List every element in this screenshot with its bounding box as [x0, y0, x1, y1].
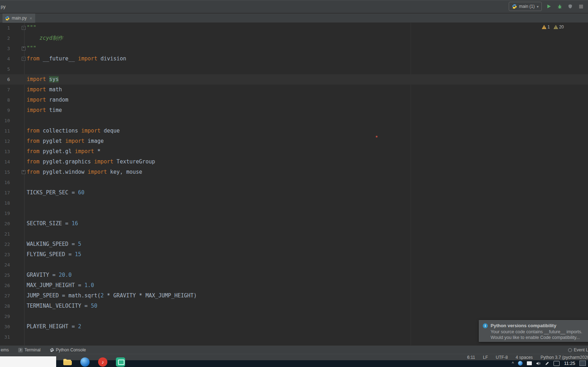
stop-icon: [579, 5, 583, 9]
code-line[interactable]: 17TICKS_PER_SEC = 60: [0, 188, 588, 198]
fold-collapse-icon[interactable]: -: [22, 26, 26, 30]
warning-icon: [542, 25, 546, 29]
code-line[interactable]: 8import random: [0, 95, 588, 105]
tray-window-icon[interactable]: [527, 361, 532, 365]
code-line[interactable]: 22WALKING_SPEED = 5: [0, 239, 588, 249]
code-text: GRAVITY = 20.0: [27, 270, 71, 280]
python-console-icon: [50, 348, 54, 352]
status-indent[interactable]: 4 spaces: [516, 355, 533, 360]
taskbar-music-icon[interactable]: ♪: [98, 357, 107, 367]
code-line[interactable]: 16: [0, 177, 588, 188]
line-number: 2: [0, 33, 10, 43]
line-number: 28: [0, 301, 10, 311]
run-button[interactable]: [545, 3, 552, 10]
taskbar-folder-icon[interactable]: [63, 357, 72, 367]
code-line[interactable]: 1-""": [0, 23, 588, 33]
code-line[interactable]: 19: [0, 208, 588, 218]
status-encoding[interactable]: UTF-8: [496, 355, 508, 360]
line-number: 26: [0, 280, 10, 291]
status-interpreter[interactable]: Python 3.7 (pycharm2020): [541, 355, 588, 360]
code-line[interactable]: 4-from __future__ import division: [0, 54, 588, 64]
code-editor[interactable]: 1-"""2 zcyd制作3^"""4-from __future__ impo…: [0, 23, 588, 345]
debug-button[interactable]: [556, 3, 563, 10]
line-number: 5: [0, 64, 10, 74]
status-caret-position[interactable]: 6:11: [467, 355, 475, 360]
line-number: 6: [0, 74, 10, 85]
code-line[interactable]: 9import time: [0, 105, 588, 115]
fold-end-icon[interactable]: ^: [22, 170, 26, 174]
line-number: 12: [0, 136, 10, 146]
code-text: TERMINAL_VELOCITY = 50: [27, 301, 97, 311]
code-line[interactable]: 20SECTOR_SIZE = 16: [0, 218, 588, 229]
line-number: 4: [0, 54, 10, 64]
code-text: """: [27, 23, 36, 33]
tool-window-bar: ems Terminal Python Console Event Log: [0, 345, 588, 354]
tray-expand-icon[interactable]: ^: [512, 361, 514, 366]
code-line[interactable]: 24: [0, 260, 588, 270]
inspection-widget[interactable]: 1 20: [542, 25, 564, 29]
code-line[interactable]: 10: [0, 115, 588, 126]
line-number: 14: [0, 157, 10, 167]
weak-warning-icon: [554, 25, 558, 29]
toolwindow-problems-partial[interactable]: ems: [0, 346, 10, 354]
editor-tab-bar: main.py ×: [0, 14, 588, 23]
code-text: WALKING_SPEED = 5: [27, 239, 81, 249]
code-line[interactable]: 27JUMP_SPEED = math.sqrt(2 * GRAVITY * M…: [0, 291, 588, 301]
close-icon[interactable]: ×: [30, 16, 32, 21]
tray-app-icon[interactable]: [518, 361, 523, 366]
code-text: from collections import deque: [27, 126, 120, 136]
code-line[interactable]: 6import sys: [0, 74, 588, 85]
run-configuration-select[interactable]: main (1) ▾: [509, 2, 542, 11]
code-text: from pyglet.window import key, mouse: [27, 167, 142, 177]
code-line[interactable]: 28TERMINAL_VELOCITY = 50: [0, 301, 588, 311]
chevron-down-icon: ▾: [537, 5, 539, 9]
run-configuration-name: main (1): [519, 4, 535, 9]
fold-end-icon[interactable]: ^: [22, 47, 26, 50]
code-text: MAX_JUMP_HEIGHT = 1.0: [27, 280, 94, 291]
code-text: from pyglet.graphics import TextureGroup: [27, 157, 155, 167]
warnings-indicator[interactable]: 1: [542, 25, 550, 29]
code-line[interactable]: 18: [0, 198, 588, 208]
stop-button[interactable]: [577, 3, 584, 10]
line-number: 23: [0, 249, 10, 260]
code-text: from pyglet import image: [27, 136, 104, 146]
code-line[interactable]: 7import math: [0, 85, 588, 95]
line-number: 7: [0, 85, 10, 95]
code-line[interactable]: 3^""": [0, 43, 588, 54]
background-window[interactable]: [0, 356, 56, 367]
code-text: TICKS_PER_SEC = 60: [27, 188, 85, 198]
code-line[interactable]: 23FLYING_SPEED = 15: [0, 249, 588, 260]
line-number: 27: [0, 291, 10, 301]
code-line[interactable]: 11from collections import deque: [0, 126, 588, 136]
code-line[interactable]: 26MAX_JUMP_HEIGHT = 1.0: [0, 280, 588, 291]
taskbar-browser-icon[interactable]: [80, 357, 90, 367]
status-line-separator[interactable]: LF: [483, 355, 488, 360]
line-number: 9: [0, 105, 10, 115]
code-line[interactable]: 14from pyglet.graphics import TextureGro…: [0, 157, 588, 167]
line-number: 10: [0, 115, 10, 126]
show-desktop-edge[interactable]: [579, 361, 586, 366]
volume-icon[interactable]: [536, 361, 541, 366]
tab-main-py[interactable]: main.py ×: [2, 14, 35, 23]
toolwindow-terminal[interactable]: Terminal: [17, 346, 41, 354]
notification-balloon[interactable]: i Python versions compatibility Your sou…: [479, 320, 588, 342]
ime-indicator[interactable]: [554, 361, 560, 366]
toolwindow-event-log[interactable]: Event Log: [568, 346, 588, 354]
fold-collapse-icon[interactable]: -: [22, 57, 26, 61]
code-line[interactable]: 13from pyglet.gl import *: [0, 146, 588, 157]
notification-body-line2[interactable]: Would you like to enable Code compatibil…: [491, 335, 588, 340]
toolwindow-python-console[interactable]: Python Console: [49, 346, 87, 354]
run-with-coverage-button[interactable]: [567, 3, 574, 10]
weak-warnings-indicator[interactable]: 20: [554, 25, 564, 29]
code-line[interactable]: 2 zcyd制作: [0, 33, 588, 43]
code-line[interactable]: 12from pyglet import image: [0, 136, 588, 146]
taskbar-clock[interactable]: 11:25: [564, 361, 575, 366]
taskbar-devtools-icon[interactable]: [116, 357, 125, 367]
pen-icon[interactable]: [545, 361, 549, 366]
code-line[interactable]: 25GRAVITY = 20.0: [0, 270, 588, 280]
code-text: import random: [27, 95, 68, 105]
notification-body-line1: Your source code contains __future__ imp…: [491, 329, 588, 335]
code-line[interactable]: 21: [0, 229, 588, 239]
code-line[interactable]: 15^from pyglet.window import key, mouse: [0, 167, 588, 177]
code-line[interactable]: 5: [0, 64, 588, 74]
